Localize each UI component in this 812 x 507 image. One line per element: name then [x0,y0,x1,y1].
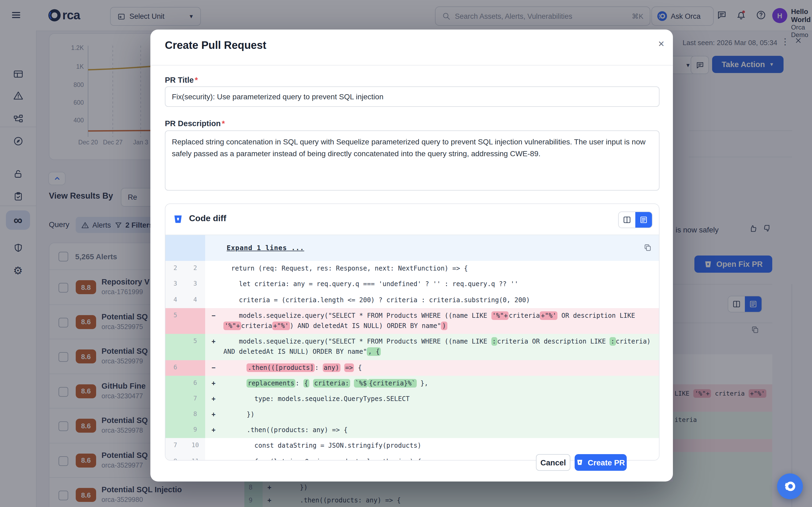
pr-description-textarea[interactable]: Replaced string concatenation in SQL que… [165,130,659,190]
copy-icon [643,243,652,252]
code-token: for (let i = 0; i < products.length; i++… [223,458,421,461]
old-line-number [165,423,185,438]
old-line-number [165,376,185,391]
diff-row-del: 5− models.sequelize.query("SELECT * FROM… [165,308,659,334]
old-line-number [165,334,185,360]
diff-gutter: 811 [165,454,205,461]
new-line-number: 8 [185,407,205,422]
diff-row-add: 7+ type: models.sequelize.QueryTypes.SEL… [165,391,659,407]
diff-row-add: 9+ .then((products: any) => { [165,423,659,438]
diff-copy-button[interactable] [643,243,652,252]
diff-code: + replacements: { criteria: `%${criteria… [205,376,659,391]
diff-row-ctx: 33 let criteria: any = req.query.q === '… [165,277,659,292]
orca-swirl-icon [783,480,797,493]
code-token: criteria = (criteria.length <= 200) ? cr… [223,296,530,303]
old-line-number: 2 [165,261,185,276]
code-token [223,379,247,387]
code-token: , { [367,348,381,356]
pr-description-label: PR Description* [165,119,225,128]
new-line-number: 7 [185,391,205,407]
required-asterisk: * [222,119,225,128]
new-line-number: 11 [185,454,205,461]
code-token: }, [417,379,428,387]
old-line-number [165,391,185,407]
diff-rows: Expand 1 lines ...22 return (req: Reques… [165,235,659,461]
old-line-number: 7 [165,438,185,454]
diff-gutter: 7 [165,391,205,407]
diff-gutter: 9 [165,423,205,438]
new-line-number: 4 [185,292,205,308]
diff-gutter: 5 [165,334,205,360]
create-pr-label: Create PR [588,458,625,467]
new-line-number: 6 [185,376,205,391]
diff-expand-row: Expand 1 lines ... [165,235,659,261]
pr-title-input[interactable]: Fix(security): Use parameterized query t… [165,87,659,107]
code-token: criteria [241,322,272,330]
code-token: {criteria}%` [368,379,417,387]
diff-code: + type: models.sequelize.QueryTypes.SELE… [205,391,659,407]
code-token [350,379,354,387]
diff-sign: − [212,311,215,321]
diff-code: + .then((products: any) => { [205,423,659,438]
close-icon: ✕ [658,39,664,48]
code-token: : [295,379,303,387]
code-token: +"%' [272,322,290,330]
new-line-number: 9 [185,423,205,438]
code-token [223,364,247,371]
diff-sign: + [212,409,215,420]
old-line-number: 5 [165,308,185,334]
old-line-number: 8 [165,454,185,461]
new-line-number [185,308,205,334]
diff-gutter [165,235,205,261]
code-token: models.sequelize.query("SELECT * FROM Pr… [223,312,491,320]
modal-title: Create Pull Request [165,39,266,52]
unified-view-button[interactable] [635,212,652,228]
code-token: '%"+ [223,322,241,330]
create-pr-modal: Create Pull Request ✕ PR Title* Fix(secu… [150,30,673,482]
bucket-icon [173,214,183,224]
diff-gutter: 44 [165,292,205,308]
app-root: rca Select Unit ▼ Search Assets, Alerts,… [0,0,812,507]
unified-view-icon [639,215,648,224]
code-token: : [610,337,616,346]
diff-gutter: 6 [165,376,205,391]
old-line-number: 4 [165,292,185,308]
diff-gutter: 33 [165,277,205,292]
diff-row-ctx: 710 const dataString = JSON.stringify(pr… [165,438,659,454]
code-token: }) [223,411,255,418]
code-token: { [303,379,309,387]
diff-row-add: 6+ replacements: { criteria: `%${criteri… [165,376,659,391]
diff-code: + }) [205,407,659,422]
diff-gutter: 22 [165,261,205,276]
diff-gutter: 8 [165,407,205,422]
diff-sign: + [212,394,215,404]
code-token: const dataString = JSON.stringify(produc… [223,442,421,450]
code-diff-panel: Code diff Expand 1 lines ...22 return (r… [165,204,659,461]
diff-row-ctx: 22 return (req: Request, res: Response, … [165,261,659,276]
orca-assistant-fab[interactable] [777,473,803,499]
modal-header-divider [150,65,673,65]
diff-code: let criteria: any = req.query.q === 'und… [205,277,659,292]
code-token: .then(([products] [247,363,315,372]
required-asterisk: * [195,76,198,84]
diff-code: − .then(([products]: any) => { [205,360,659,376]
diff-code: const dataString = JSON.stringify(produc… [205,438,659,454]
modal-close-button[interactable]: ✕ [656,37,667,51]
create-pr-button[interactable]: Create PR [575,454,627,471]
new-line-number: 3 [185,277,205,292]
code-token [309,379,313,387]
diff-view-toggle [618,212,652,228]
new-line-number: 10 [185,438,205,454]
diff-code: return (req: Request, res: Response, nex… [205,261,659,276]
code-token: replacements [247,379,295,387]
code-token: .then((products: any) => { [223,427,347,434]
code-token [340,364,344,371]
bucket-icon [577,459,584,466]
code-token: `%$ [354,379,368,387]
code-token: +"%' [540,311,557,320]
new-line-number: 2 [185,261,205,276]
code-token: => [344,363,354,372]
expand-lines-link[interactable]: Expand 1 lines ... [227,244,304,252]
cancel-button[interactable]: Cancel [536,454,570,471]
split-view-button[interactable] [619,212,635,228]
